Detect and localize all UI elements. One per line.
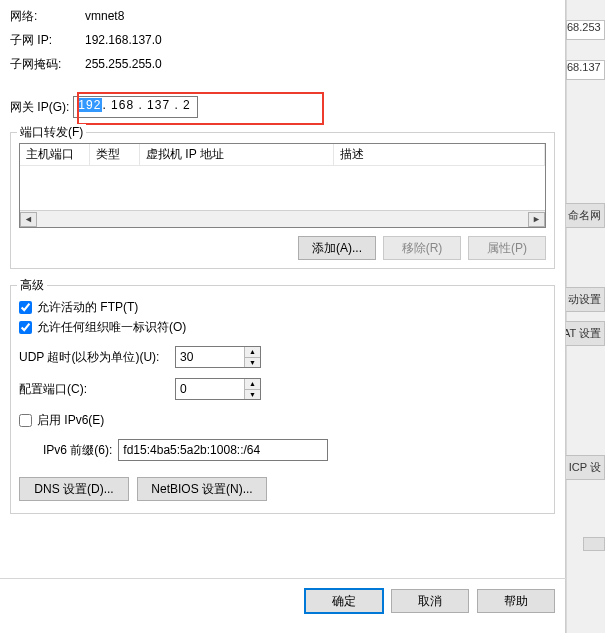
gateway-ip-input[interactable]: 192. 168 . 137 . 2 (73, 96, 198, 118)
network-label: 网络: (10, 8, 75, 25)
scroll-right-icon[interactable]: ► (528, 212, 545, 227)
port-forwarding-group: 端口转发(F) 主机端口 类型 虚拟机 IP 地址 描述 ◄ ► 添加(A)..… (10, 132, 555, 269)
add-button[interactable]: 添加(A)... (298, 236, 376, 260)
spin-down-icon[interactable]: ▼ (245, 390, 260, 400)
spin-up-icon[interactable]: ▲ (245, 347, 260, 358)
cancel-button[interactable]: 取消 (391, 589, 469, 613)
config-port-spinner[interactable]: ▲ ▼ (175, 378, 261, 400)
config-port-input[interactable] (176, 379, 244, 399)
config-port-label: 配置端口(C): (19, 381, 169, 398)
col-type[interactable]: 类型 (90, 144, 140, 165)
properties-button: 属性(P) (468, 236, 546, 260)
advanced-group: 高级 允许活动的 FTP(T) 允许任何组织唯一标识符(O) UDP 超时(以秒… (10, 285, 555, 514)
enable-ipv6-row[interactable]: 启用 IPv6(E) (19, 412, 546, 429)
enable-ipv6-checkbox[interactable] (19, 414, 32, 427)
allow-oui-row[interactable]: 允许任何组织唯一标识符(O) (19, 319, 546, 336)
allow-active-ftp-row[interactable]: 允许活动的 FTP(T) (19, 299, 546, 316)
scroll-left-icon[interactable]: ◄ (20, 212, 37, 227)
allow-oui-label: 允许任何组织唯一标识符(O) (37, 319, 186, 336)
remove-button: 移除(R) (383, 236, 461, 260)
netbios-settings-button[interactable]: NetBIOS 设置(N)... (137, 477, 267, 501)
enable-ipv6-label: 启用 IPv6(E) (37, 412, 104, 429)
bg-ip-frag-2: 68.137 (566, 60, 605, 80)
table-body-empty (20, 166, 545, 210)
dns-settings-button[interactable]: DNS 设置(D)... (19, 477, 129, 501)
subnet-mask-value: 255.255.255.0 (75, 57, 162, 71)
udp-timeout-spinner[interactable]: ▲ ▼ (175, 346, 261, 368)
col-vm-ip[interactable]: 虚拟机 IP 地址 (140, 144, 334, 165)
bg-btn-frag (583, 537, 605, 551)
col-host-port[interactable]: 主机端口 (20, 144, 90, 165)
allow-active-ftp-checkbox[interactable] (19, 301, 32, 314)
ipv6-prefix-input[interactable] (118, 439, 328, 461)
bg-auto-frag: 动设置 (564, 287, 605, 312)
ipv6-prefix-label: IPv6 前缀(6): (43, 442, 112, 459)
udp-timeout-label: UDP 超时(以秒为单位)(U): (19, 349, 169, 366)
bg-ip-frag-1: 68.253 (566, 20, 605, 40)
separator (0, 578, 566, 579)
table-header: 主机端口 类型 虚拟机 IP 地址 描述 (20, 144, 545, 166)
gateway-label: 网关 IP(G): (10, 99, 69, 116)
subnet-ip-value: 192.168.137.0 (75, 33, 162, 47)
spin-up-icon[interactable]: ▲ (245, 379, 260, 390)
spin-down-icon[interactable]: ▼ (245, 358, 260, 368)
allow-active-ftp-label: 允许活动的 FTP(T) (37, 299, 138, 316)
background-window: 68.253 68.137 命名网 动设置 AT 设置 ICP 设 (566, 0, 605, 633)
gateway-ip-selection: 192 (77, 98, 102, 112)
advanced-legend: 高级 (17, 277, 47, 294)
allow-oui-checkbox[interactable] (19, 321, 32, 334)
bg-dhcp-frag: ICP 设 (565, 455, 605, 480)
network-value: vmnet8 (75, 9, 124, 23)
bg-rename-frag: 命名网 (564, 203, 605, 228)
col-desc[interactable]: 描述 (334, 144, 545, 165)
udp-timeout-input[interactable] (176, 347, 244, 367)
horizontal-scrollbar[interactable]: ◄ ► (20, 210, 545, 227)
port-forwarding-legend: 端口转发(F) (17, 124, 86, 141)
dialog-footer: 确定 取消 帮助 (305, 589, 555, 613)
subnet-mask-label: 子网掩码: (10, 56, 75, 73)
ok-button[interactable]: 确定 (305, 589, 383, 613)
nat-settings-dialog: 网络: vmnet8 子网 IP: 192.168.137.0 子网掩码: 25… (0, 0, 566, 633)
subnet-ip-label: 子网 IP: (10, 32, 75, 49)
port-forwarding-table[interactable]: 主机端口 类型 虚拟机 IP 地址 描述 ◄ ► (19, 143, 546, 228)
help-button[interactable]: 帮助 (477, 589, 555, 613)
